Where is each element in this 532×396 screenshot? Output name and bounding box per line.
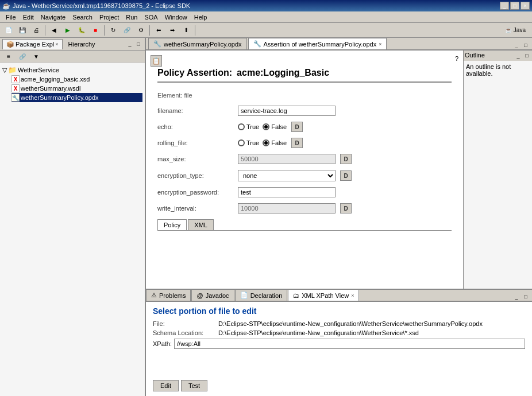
outline-empty-label: An outline is not available. — [466, 63, 511, 77]
menu-navigate[interactable]: Navigate — [37, 13, 69, 22]
left-panel: 📦 Package Expl × Hierarchy _ □ ≡ 🔗 ▼ ▽ 📁 — [0, 38, 146, 396]
tab-assertion[interactable]: 🔧 Assertion of wetherSummaryPolicy.opdx … — [248, 38, 387, 49]
settings-button[interactable]: ⚙ — [134, 25, 147, 36]
save-button[interactable]: 💾 — [16, 25, 29, 36]
tree-item-wsdl[interactable]: X wetherSummary.wsdl — [11, 84, 142, 93]
filename-input[interactable] — [238, 106, 336, 116]
rolling-true-radio[interactable] — [238, 139, 245, 146]
rolling-file-radio-group: True False — [238, 139, 287, 146]
collapse-all-button[interactable]: ≡ — [2, 51, 15, 63]
menu-edit[interactable]: Edit — [20, 13, 37, 22]
maximize-panel-button[interactable]: □ — [134, 40, 142, 48]
echo-false-radio[interactable] — [263, 123, 269, 130]
debug-button[interactable]: 🐛 — [75, 25, 88, 36]
write-interval-row: write_interval: D — [157, 203, 452, 213]
view-tab-xpath[interactable]: 🗂 XML XPath View × — [288, 289, 359, 301]
editor-minimize[interactable]: _ — [512, 41, 521, 49]
tree-menu-button[interactable]: ▼ — [30, 51, 43, 63]
close-button[interactable]: × — [521, 2, 530, 10]
edit-button[interactable]: Edit — [153, 380, 179, 391]
xpath-tab-close[interactable]: × — [351, 293, 354, 298]
rolling-file-label: rolling_file: — [157, 139, 238, 146]
menu-file[interactable]: File — [2, 13, 20, 22]
help-button[interactable]: ? — [455, 55, 458, 62]
menu-soa[interactable]: SOA — [141, 13, 161, 22]
nav-back[interactable]: ⬅ — [152, 25, 165, 36]
toolbar-sep-3 — [149, 25, 150, 36]
menu-help[interactable]: Help — [191, 13, 211, 22]
encryption-type-dropdown-row: none — [238, 170, 336, 181]
echo-info-button[interactable]: D — [291, 122, 303, 132]
package-explorer-tab[interactable]: 📦 Package Expl × — [2, 39, 63, 49]
tree-root-wetherservice[interactable]: ▽ 📁 WetherService — [2, 65, 142, 75]
editor-toolbar-icon[interactable]: 📋 — [151, 55, 162, 67]
view-tab-declaration[interactable]: 📄 Declaration — [235, 289, 288, 301]
xpath-label-field: XPath: — [153, 340, 172, 347]
package-explorer-close[interactable]: × — [55, 41, 58, 47]
print-button[interactable]: 🖨 — [30, 25, 43, 36]
rolling-false-radio[interactable] — [263, 139, 269, 146]
view-tab-javadoc[interactable]: @ Javadoc — [191, 289, 234, 301]
link-button[interactable]: 🔗 — [121, 25, 133, 36]
policy-tab-xml[interactable]: XML — [188, 219, 214, 230]
write-interval-info-button[interactable]: D — [340, 203, 352, 213]
xpath-input[interactable] — [174, 339, 525, 349]
schema-row: Schema Location: D:\Eclipse-STP\eclipse\… — [153, 329, 525, 336]
outline-maximize[interactable]: □ — [523, 52, 531, 60]
view-maximize-button[interactable]: □ — [522, 293, 530, 301]
nav-fwd[interactable]: ➡ — [166, 25, 179, 36]
tab-assertion-close[interactable]: × — [379, 41, 381, 47]
echo-false-option[interactable]: False — [263, 123, 287, 130]
java-perspective[interactable]: ☕ Java — [501, 25, 530, 36]
xsd-label: acme_logging_basic.xsd — [21, 76, 90, 83]
nav-up[interactable]: ⬆ — [180, 25, 192, 36]
back-button[interactable]: ◀ — [48, 25, 60, 36]
encryption-info-button[interactable]: D — [340, 170, 352, 181]
refresh-button[interactable]: ↻ — [107, 25, 119, 36]
rolling-info-button[interactable]: D — [291, 138, 303, 148]
echo-true-option[interactable]: True — [238, 123, 259, 130]
menu-project[interactable]: Project — [96, 13, 122, 22]
stop-button[interactable]: ■ — [89, 25, 102, 36]
rolling-false-label: False — [271, 139, 287, 146]
tab-assertion-label: Assertion of wetherSummaryPolicy.opdx — [264, 41, 377, 48]
echo-true-radio[interactable] — [238, 123, 245, 130]
write-interval-label: write_interval: — [157, 205, 238, 212]
menu-search[interactable]: Search — [69, 13, 96, 22]
schema-label: Schema Location: — [153, 329, 216, 336]
policy-tab-policy[interactable]: Policy — [157, 219, 187, 230]
max-size-input[interactable] — [238, 154, 336, 164]
tree-item-opdx[interactable]: 🔧 wetherSummaryPolicy.opdx — [11, 93, 142, 102]
new-button[interactable]: 📄 — [2, 25, 15, 36]
rolling-true-option[interactable]: True — [238, 139, 259, 146]
schema-value: D:\Eclipse-STP\eclipse\runtime-New_confi… — [218, 329, 419, 336]
encryption-type-select[interactable]: none — [238, 170, 336, 181]
view-tab-problems[interactable]: ⚠ Problems — [146, 289, 191, 301]
hierarchy-tab[interactable]: Hierarchy — [65, 40, 99, 49]
outline-minimize[interactable]: _ — [514, 52, 522, 60]
menu-window[interactable]: Window — [161, 13, 191, 22]
view-minimize-button[interactable]: _ — [512, 293, 521, 301]
minimize-panel-button[interactable]: _ — [126, 40, 134, 48]
tab-wethersummarypolicy[interactable]: 🔧 wetherSummaryPolicy.opdx — [148, 38, 247, 49]
outline-header: Outline _ □ — [464, 51, 532, 61]
minimize-button[interactable]: _ — [500, 2, 509, 10]
run-button[interactable]: ▶ — [61, 25, 74, 36]
max-size-info-button[interactable]: D — [340, 154, 352, 164]
tree-item-xsd[interactable]: X acme_logging_basic.xsd — [11, 75, 142, 84]
rolling-false-option[interactable]: False — [263, 139, 287, 146]
toolbar-sep-2 — [104, 25, 105, 36]
maximize-button[interactable]: □ — [510, 2, 519, 10]
policy-title: Policy Assertion: acme:Logging_Basic — [157, 68, 452, 83]
menu-run[interactable]: Run — [122, 13, 141, 22]
declaration-icon: 📄 — [240, 292, 248, 299]
element-label: Element: file — [157, 92, 452, 99]
encryption-password-input[interactable] — [238, 187, 336, 197]
filename-label: filename: — [157, 107, 238, 114]
link-editor-button[interactable]: 🔗 — [16, 51, 29, 63]
opdx-label: wetherSummaryPolicy.opdx — [21, 94, 99, 101]
editor-maximize[interactable]: □ — [522, 41, 530, 49]
write-interval-input[interactable] — [238, 203, 336, 213]
title-bar-buttons[interactable]: _ □ × — [500, 2, 530, 10]
test-button[interactable]: Test — [181, 380, 207, 391]
